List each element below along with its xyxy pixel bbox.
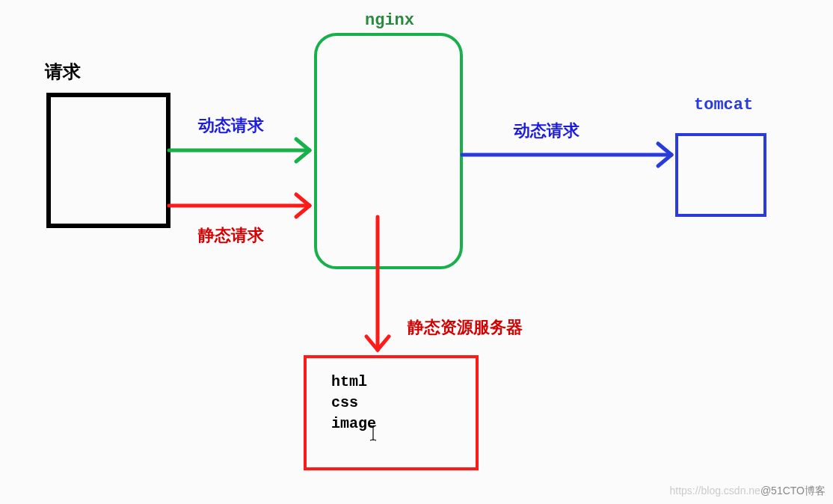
label-static-server: 静态资源服务器 [408, 316, 523, 339]
label-edge-static-nginx: 静态请求 [198, 224, 264, 247]
label-request: 请求 [45, 60, 81, 84]
label-edge-dynamic-tomcat: 动态请求 [514, 120, 580, 142]
arrow-static-to-nginx [169, 194, 310, 217]
watermark: https://blog.csdn.ne@51CTO博客 [669, 485, 826, 498]
node-request-box [49, 95, 168, 226]
watermark-dark: @51CTO博客 [760, 485, 826, 497]
arrow-dynamic-to-nginx [169, 139, 310, 162]
static-file-html: html [331, 373, 367, 390]
node-nginx-box [316, 34, 461, 268]
arrow-dynamic-to-tomcat [462, 144, 671, 166]
label-tomcat: tomcat [694, 96, 753, 114]
arrow-nginx-to-static [366, 217, 389, 350]
label-edge-dynamic-nginx: 动态请求 [198, 114, 264, 137]
node-tomcat-box [677, 135, 765, 215]
static-file-css: css [331, 394, 358, 411]
diagram-canvas [0, 0, 833, 504]
watermark-faint: https://blog.csdn.ne [669, 485, 760, 497]
label-nginx: nginx [365, 11, 414, 30]
static-file-image: image [331, 415, 376, 432]
